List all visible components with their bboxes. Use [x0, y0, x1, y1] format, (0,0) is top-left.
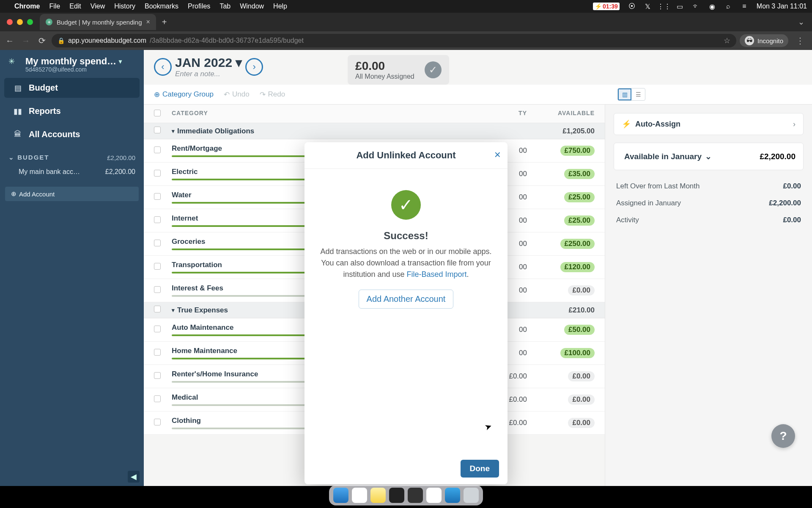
- select-all-checkbox[interactable]: [154, 110, 161, 116]
- control-center-icon[interactable]: ≡: [741, 3, 748, 10]
- available-amount: £2,200.00: [760, 152, 796, 161]
- menubar-history[interactable]: History: [114, 3, 135, 10]
- menubar-profiles[interactable]: Profiles: [188, 3, 210, 10]
- incognito-icon: 🕶: [745, 36, 754, 45]
- window-minimize-button[interactable]: [17, 19, 23, 25]
- row-checkbox[interactable]: [154, 193, 161, 200]
- address-bar[interactable]: 🔒 app.youneedabudget.com/3a8bbdae-d62a-4…: [52, 34, 736, 47]
- forward-button[interactable]: →: [19, 36, 32, 46]
- view-columns-button[interactable]: ▥: [618, 88, 631, 100]
- sidebar-budget-total: £2,200.00: [107, 154, 135, 161]
- back-button[interactable]: ←: [3, 36, 16, 46]
- sidebar-email: 5d485270@uifeed.com: [25, 66, 122, 73]
- success-heading: Success!: [316, 230, 496, 242]
- all-money-assigned-card[interactable]: £0.00 All Money Assigned ✓: [348, 55, 449, 85]
- menubar-bookmarks[interactable]: Bookmarks: [145, 3, 178, 10]
- chrome-tabstrip: ✳ Budget | My monthly spending × + ⌄: [0, 13, 812, 31]
- collapse-sidebar-button[interactable]: ◀: [128, 471, 140, 483]
- menubar-file[interactable]: File: [49, 3, 60, 10]
- url-domain: app.youneedabudget.com: [68, 37, 146, 44]
- help-button[interactable]: ?: [771, 424, 795, 448]
- search-icon[interactable]: ⌕: [724, 3, 732, 10]
- sidebar-header[interactable]: ✳ My monthly spend… ▾ 5d485270@uifeed.co…: [0, 50, 144, 76]
- category-group-row[interactable]: ▾ Immediate Obligations £1,205.00: [144, 123, 605, 139]
- sidebar-item-budget[interactable]: ▤ Budget: [4, 78, 140, 98]
- row-checkbox[interactable]: [154, 286, 161, 293]
- dock-reminders[interactable]: [426, 488, 442, 503]
- row-checkbox[interactable]: [154, 349, 161, 356]
- undo-icon: ↶: [224, 90, 230, 99]
- window-zoom-button[interactable]: [27, 19, 33, 25]
- row-checkbox[interactable]: [154, 419, 161, 425]
- available-in-month-toggle[interactable]: Available in January ⌄: [622, 149, 714, 164]
- view-list-button[interactable]: ☰: [631, 88, 645, 100]
- add-account-label: Add Account: [19, 190, 55, 198]
- chrome-menu-button[interactable]: ⋮: [792, 36, 809, 46]
- dock-iterm[interactable]: [408, 488, 423, 503]
- budget-toolbar: ⊕ Category Group ↶ Undo ↷ Redo ▥ ☰: [144, 85, 812, 105]
- dock-notes[interactable]: [370, 488, 386, 503]
- dock-appstore[interactable]: [445, 488, 460, 503]
- sidebar-account-row[interactable]: My main bank acc… £2,200.00: [0, 164, 144, 180]
- inspector-line: Left Over from Last Month£0.00: [614, 178, 804, 195]
- undo-button[interactable]: ↶ Undo: [224, 90, 250, 99]
- group-checkbox[interactable]: [154, 306, 161, 312]
- row-checkbox[interactable]: [154, 216, 161, 223]
- sidebar-budget-section[interactable]: ⌄ BUDGET £2,200.00: [0, 146, 144, 164]
- row-checkbox[interactable]: [154, 372, 161, 379]
- x-icon[interactable]: 𝕏: [644, 3, 652, 10]
- dock-trash[interactable]: [464, 488, 479, 503]
- modal-close-button[interactable]: ×: [494, 148, 501, 161]
- redo-button[interactable]: ↷ Redo: [260, 90, 285, 99]
- user-icon[interactable]: ◉: [708, 3, 716, 10]
- account-name: My main bank acc…: [19, 168, 80, 176]
- row-checkbox[interactable]: [154, 146, 161, 153]
- bookmark-star-icon[interactable]: ☆: [724, 36, 730, 45]
- sidebar-label-accounts: All Accounts: [29, 130, 80, 139]
- menubar-tab[interactable]: Tab: [219, 3, 230, 10]
- sidebar-item-accounts[interactable]: 🏛 All Accounts: [4, 124, 140, 144]
- window-close-button[interactable]: [7, 19, 13, 25]
- dock-terminal[interactable]: [389, 488, 404, 503]
- caret-down-icon: ▾: [172, 307, 175, 313]
- reload-button[interactable]: ⟳: [36, 36, 48, 46]
- tab-close-button[interactable]: ×: [146, 18, 150, 26]
- prev-month-button[interactable]: ‹: [154, 58, 172, 76]
- add-another-account-button[interactable]: Add Another Account: [359, 290, 454, 309]
- plus-circle-icon: ⊕: [154, 90, 160, 99]
- success-text: Add transactions on the web or in our mo…: [316, 246, 496, 280]
- month-note-input[interactable]: Enter a note...: [175, 70, 242, 78]
- menubar-window[interactable]: Window: [240, 3, 264, 10]
- incognito-badge[interactable]: 🕶 Incognito: [740, 34, 788, 47]
- row-checkbox[interactable]: [154, 170, 161, 177]
- month-selector[interactable]: JAN 2022 ▾: [175, 55, 242, 70]
- next-month-button[interactable]: ›: [245, 58, 263, 76]
- row-checkbox[interactable]: [154, 326, 161, 332]
- wifi-icon[interactable]: ᯤ: [692, 3, 700, 10]
- row-checkbox[interactable]: [154, 263, 161, 270]
- sidebar-item-reports[interactable]: ▮▮ Reports: [4, 101, 140, 121]
- file-based-import-link[interactable]: File-Based Import: [407, 270, 467, 279]
- bolt-icon[interactable]: ⦿: [628, 3, 636, 10]
- menubar-edit[interactable]: Edit: [69, 3, 81, 10]
- battery-status[interactable]: ⚡01:39: [593, 3, 620, 10]
- done-button[interactable]: Done: [461, 460, 499, 478]
- browser-tab[interactable]: ✳ Budget | My monthly spending ×: [40, 14, 156, 30]
- row-checkbox[interactable]: [154, 395, 161, 402]
- tab-overflow-button[interactable]: ⌄: [794, 16, 809, 28]
- add-category-group-button[interactable]: ⊕ Category Group: [154, 90, 214, 99]
- menubar-app-name[interactable]: Chrome: [14, 3, 40, 10]
- dock-chrome[interactable]: [352, 488, 367, 503]
- dock-finder[interactable]: [333, 488, 348, 503]
- auto-assign-button[interactable]: ⚡ Auto-Assign ›: [614, 113, 804, 135]
- menubar-view[interactable]: View: [91, 3, 105, 10]
- plus-circle-icon: ⊕: [11, 190, 16, 198]
- add-account-button[interactable]: ⊕ Add Account: [5, 187, 139, 201]
- menubar-help[interactable]: Help: [273, 3, 287, 10]
- dots-icon[interactable]: ⋮⋮: [660, 3, 668, 10]
- battery-icon[interactable]: ▭: [676, 3, 684, 10]
- group-checkbox[interactable]: [154, 127, 161, 133]
- menubar-clock[interactable]: Mon 3 Jan 11:01: [757, 3, 807, 10]
- row-checkbox[interactable]: [154, 240, 161, 246]
- new-tab-button[interactable]: +: [162, 17, 167, 27]
